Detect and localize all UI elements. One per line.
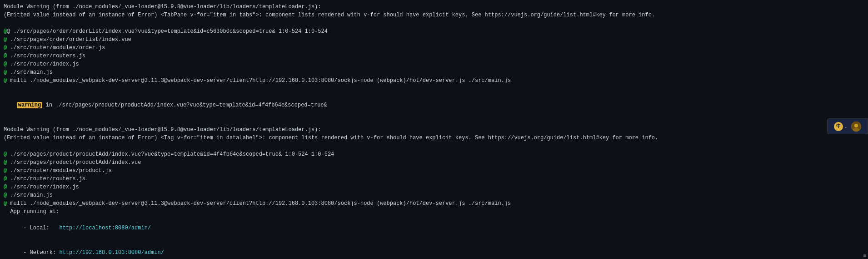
avatar xyxy=(851,122,861,132)
at2-line-5: @ ./src/router/index.js xyxy=(4,183,864,191)
at-line-10: @ multi ./node_modules/_webpack-dev-serv… xyxy=(4,76,864,85)
local-url-line: - Local: http://localhost:8080/admin/ xyxy=(4,216,864,240)
at-line-6: @ ./src/router/modules/order.js xyxy=(4,44,864,52)
at2-line-6: @ ./src/main.js xyxy=(4,191,864,199)
svg-point-1 xyxy=(854,124,858,127)
empty-line-4 xyxy=(4,142,864,150)
at-line-8: @ ./src/router/index.js xyxy=(4,60,864,68)
emitted-error-2: (Emitted value instead of an instance of… xyxy=(4,134,864,142)
at-line-9: @ ./src/main.js xyxy=(4,68,864,76)
at-line-5: @ ./src/pages/order/orderList/index.vue xyxy=(4,36,864,44)
network-url-line: - Network: http://192.168.0.103:8080/adm… xyxy=(4,240,864,259)
local-url[interactable]: http://localhost:8080/admin/ xyxy=(59,225,151,231)
at2-line-2: @ ./src/pages/product/productAdd/index.v… xyxy=(4,158,864,167)
bottom-right-indicator xyxy=(863,254,866,257)
warning-line: warning in ./src/pages/product/productAd… xyxy=(4,93,864,117)
app-running: App running at: xyxy=(4,208,864,216)
line-2: (Emitted value instead of an instance of… xyxy=(4,11,864,19)
at-line-7: @ ./src/router/routers.js xyxy=(4,52,864,60)
at-line-4: @@ ./src/pages/order/orderList/index.vue… xyxy=(4,27,864,36)
at2-line-3: @ ./src/router/modules/product.js xyxy=(4,167,864,175)
at2-line-7: @ multi ./node_modules/_webpack-dev-serv… xyxy=(4,199,864,208)
svg-point-2 xyxy=(853,128,859,132)
overlay-text: 。 xyxy=(845,123,849,130)
network-url[interactable]: http://192.168.0.103:8080/admin/ xyxy=(59,249,164,256)
line-1: Module Warning (from ./node_modules/_vue… xyxy=(4,3,864,11)
empty-line-2 xyxy=(4,85,864,93)
overlay-widget[interactable]: 中 。 xyxy=(827,118,868,134)
at2-line-4: @ ./src/router/routers.js xyxy=(4,175,864,183)
module-warning-2: Module Warning (from ./node_modules/_vue… xyxy=(4,126,864,134)
overlay-icon: 中 xyxy=(834,122,843,131)
empty-line-1 xyxy=(4,19,864,27)
warning-badge: warning xyxy=(17,102,42,108)
at2-line-1: @ ./src/pages/product/productAdd/index.v… xyxy=(4,150,864,158)
terminal: Module Warning (from ./node_modules/_vue… xyxy=(0,0,868,259)
empty-line-3 xyxy=(4,117,864,126)
